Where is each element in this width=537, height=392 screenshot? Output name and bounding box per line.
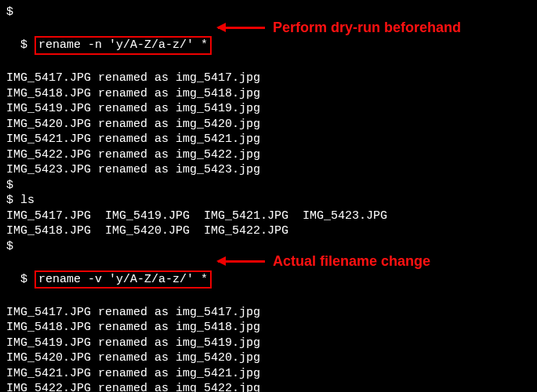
annotation-dry-run: Perform dry-run beforehand bbox=[218, 19, 461, 37]
arrow-icon bbox=[218, 260, 265, 263]
output-line: IMG_5418.JPG renamed as img_5418.jpg bbox=[6, 320, 531, 336]
output-line: IMG_5417.JPG renamed as img_5417.jpg bbox=[6, 305, 531, 321]
ls-output-before: IMG_5417.JPG IMG_5419.JPG IMG_5421.JPG I… bbox=[6, 209, 531, 239]
prompt: $ bbox=[20, 273, 34, 286]
ls-command[interactable]: $ ls bbox=[6, 193, 531, 209]
output-line: IMG_5420.JPG renamed as img_5420.jpg bbox=[6, 350, 531, 366]
command-line-actual: $ rename -v 'y/A-Z/a-z/' * Actual filena… bbox=[6, 254, 531, 305]
output-line: IMG_5418.JPG renamed as img_5418.jpg bbox=[6, 86, 531, 102]
rename-dry-run-command[interactable]: rename -n 'y/A-Z/a-z/' * bbox=[34, 36, 212, 55]
annotation-text: Actual filename change bbox=[273, 252, 430, 270]
output-line: IMG_5418.JPG IMG_5420.JPG IMG_5422.JPG bbox=[6, 223, 531, 239]
output-line: IMG_5417.JPG IMG_5419.JPG IMG_5421.JPG I… bbox=[6, 209, 531, 224]
annotation-actual: Actual filename change bbox=[218, 252, 430, 270]
output-line: IMG_5420.JPG renamed as img_5420.jpg bbox=[6, 117, 531, 132]
output-line: IMG_5419.JPG renamed as img_5419.jpg bbox=[6, 101, 531, 117]
actual-output: IMG_5417.JPG renamed as img_5417.jpgIMG_… bbox=[6, 305, 531, 393]
output-line: IMG_5422.JPG renamed as img_5422.jpg bbox=[6, 381, 531, 392]
command-line-dry-run: $ rename -n 'y/A-Z/a-z/' * Perform dry-r… bbox=[6, 20, 531, 71]
rename-actual-command[interactable]: rename -v 'y/A-Z/a-z/' * bbox=[34, 270, 212, 289]
prompt-line: $ bbox=[6, 178, 531, 194]
dry-run-output: IMG_5417.JPG renamed as img_5417.jpgIMG_… bbox=[6, 71, 531, 178]
output-line: IMG_5421.JPG renamed as img_5421.jpg bbox=[6, 366, 531, 382]
output-line: IMG_5423.JPG renamed as img_5423.jpg bbox=[6, 162, 531, 178]
arrow-icon bbox=[218, 27, 265, 29]
annotation-text: Perform dry-run beforehand bbox=[273, 19, 461, 37]
output-line: IMG_5421.JPG renamed as img_5421.jpg bbox=[6, 132, 531, 147]
output-line: IMG_5422.JPG renamed as img_5422.jpg bbox=[6, 147, 531, 163]
output-line: IMG_5417.JPG renamed as img_5417.jpg bbox=[6, 71, 531, 86]
prompt: $ bbox=[20, 38, 34, 52]
output-line: IMG_5419.JPG renamed as img_5419.jpg bbox=[6, 336, 531, 351]
